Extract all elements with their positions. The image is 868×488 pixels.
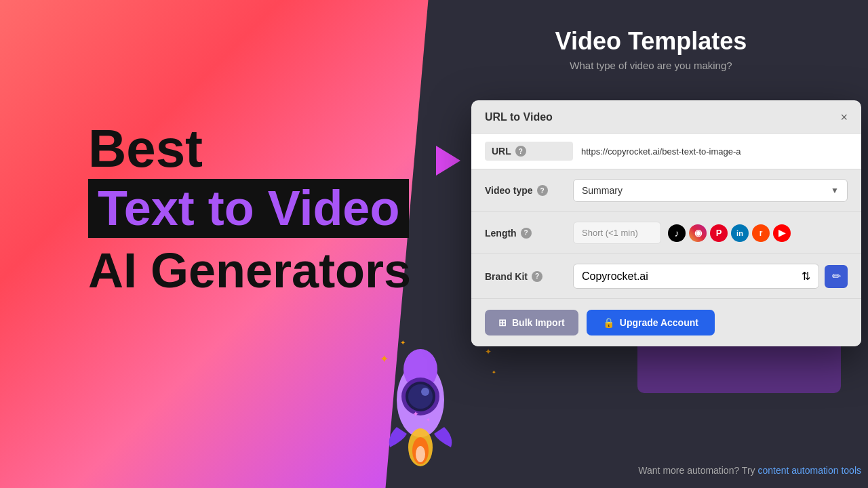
url-input[interactable] (581, 142, 848, 161)
url-help-icon[interactable]: ? (515, 146, 526, 157)
linkedin-icon[interactable]: in (731, 224, 749, 242)
brand-kit-edit-button[interactable]: ✏ (825, 265, 848, 288)
url-to-video-modal: URL to Video × URL ? Video type ? Summar… (471, 100, 861, 346)
bulk-import-icon: ⊞ (498, 317, 507, 328)
url-label: URL ? (485, 142, 573, 161)
svg-point-8 (416, 446, 425, 462)
rocket-mascot: ✦ ✦ (353, 339, 488, 474)
modal-header: URL to Video × (471, 100, 861, 134)
upgrade-account-button[interactable]: 🔒 Upgrade Account (587, 310, 715, 336)
brand-kit-value: Copyrocket.ai (582, 270, 648, 283)
lock-icon: 🔒 (603, 317, 614, 328)
video-type-select[interactable]: Summary ▼ (573, 179, 848, 202)
hero-ai-label: AI Generators (88, 246, 411, 295)
video-type-arrow-icon: ▼ (831, 186, 839, 195)
video-templates-subtitle: What type of video are you making? (454, 60, 848, 71)
video-type-row: Video type ? Summary ▼ (471, 169, 861, 212)
pinterest-icon[interactable]: P (710, 224, 728, 242)
hero-ttv-label: Text to Video (98, 182, 399, 235)
brand-kit-help-icon[interactable]: ? (532, 271, 542, 282)
brand-kit-dropdown[interactable]: Copyrocket.ai ⇅ (573, 264, 819, 289)
upgrade-label: Upgrade Account (620, 317, 698, 328)
video-templates-title: Video Templates (454, 27, 848, 56)
reddit-icon[interactable]: r (752, 224, 770, 242)
url-row: URL ? (471, 134, 861, 169)
video-type-value: Summary (582, 185, 623, 196)
instagram-icon[interactable]: ◉ (689, 224, 707, 242)
brand-select-group: Copyrocket.ai ⇅ ✏ (573, 264, 848, 289)
length-label: Length ? (485, 228, 573, 239)
length-row: Length ? Short (<1 min) ♪ ◉ P in r ▶ (471, 212, 861, 254)
social-icons-group: ♪ ◉ P in r ▶ (668, 224, 791, 242)
content-automation-link[interactable]: content automation tools (757, 465, 861, 476)
video-type-label: Video type ? (485, 185, 573, 196)
svg-point-4 (408, 384, 433, 409)
hero-ttv-wrapper: Text to Video (88, 179, 409, 238)
hero-best-label: Best (88, 122, 411, 175)
video-type-help-icon[interactable]: ? (537, 185, 548, 196)
tiktok-icon[interactable]: ♪ (668, 224, 686, 242)
svg-text:✦: ✦ (412, 409, 419, 419)
length-help-icon[interactable]: ? (521, 228, 532, 239)
bottom-automation-text: Want more automation? Try content automa… (638, 465, 861, 476)
video-templates-section: Video Templates What type of video are y… (434, 0, 868, 85)
modal-close-button[interactable]: × (840, 111, 848, 123)
modal-title: URL to Video (485, 111, 553, 123)
modal-footer: ⊞ Bulk Import 🔒 Upgrade Account (471, 299, 861, 346)
brand-kit-row: Brand Kit ? Copyrocket.ai ⇅ ✏ (471, 254, 861, 299)
sparkle-icon-4: ✦ (492, 369, 496, 375)
arrow-icon (436, 146, 460, 176)
edit-icon: ✏ (832, 270, 841, 283)
youtube-icon[interactable]: ▶ (773, 224, 791, 242)
hero-text-block: Best Text to Video AI Generators (88, 122, 411, 295)
bulk-import-button[interactable]: ⊞ Bulk Import (485, 310, 578, 336)
brand-kit-arrows-icon: ⇅ (802, 270, 810, 283)
brand-kit-label: Brand Kit ? (485, 271, 573, 282)
svg-point-5 (421, 388, 429, 396)
bulk-import-label: Bulk Import (512, 317, 565, 328)
svg-text:✦: ✦ (426, 417, 431, 423)
length-field: Short (<1 min) ♪ ◉ P in r ▶ (573, 222, 848, 244)
length-value: Short (<1 min) (573, 222, 661, 244)
